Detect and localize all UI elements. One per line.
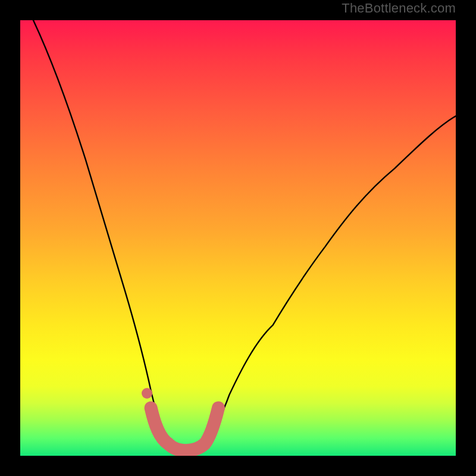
chart-plot-area (20, 20, 456, 456)
outer-frame: TheBottleneck.com (0, 0, 476, 476)
watermark-text: TheBottleneck.com (342, 1, 456, 16)
curve-layer (20, 20, 456, 456)
highlight-dot (142, 388, 152, 399)
bottleneck-curve (33, 20, 456, 452)
min-highlight (151, 408, 218, 451)
